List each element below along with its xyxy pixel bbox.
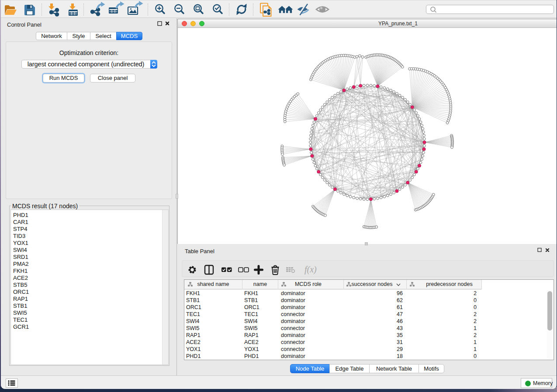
svg-text:f(x): f(x) (304, 265, 317, 275)
